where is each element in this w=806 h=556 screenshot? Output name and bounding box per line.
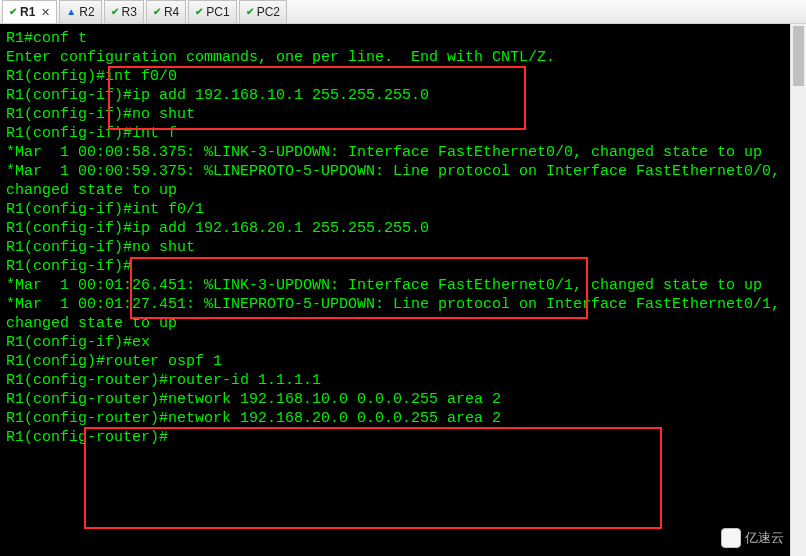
terminal-line: R1(config-router)#: [6, 428, 784, 447]
terminal-line: R1(config-if)#ip add 192.168.20.1 255.25…: [6, 219, 784, 238]
terminal-line: R1(config-router)#network 192.168.10.0 0…: [6, 390, 784, 409]
terminal-line: R1(config-if)#int f0/1: [6, 200, 784, 219]
tab-label: R3: [122, 5, 137, 19]
terminal-line: R1(config)#int f0/0: [6, 67, 784, 86]
terminal-line: *Mar 1 00:00:59.375: %LINEPROTO-5-UPDOWN…: [6, 162, 784, 200]
tab-r3[interactable]: ✔R3: [104, 0, 144, 23]
terminal-line: R1(config-if)#int f: [6, 124, 784, 143]
tab-r4[interactable]: ✔R4: [146, 0, 186, 23]
terminal-output[interactable]: R1#conf tEnter configuration commands, o…: [0, 24, 790, 556]
check-icon: ✔: [195, 7, 203, 17]
tab-label: R2: [79, 5, 94, 19]
check-icon: ✔: [9, 7, 17, 17]
tab-pc2[interactable]: ✔PC2: [239, 0, 287, 23]
terminal-line: R1#conf t: [6, 29, 784, 48]
scroll-thumb[interactable]: [793, 26, 804, 86]
terminal-line: R1(config-if)#ex: [6, 333, 784, 352]
check-icon: ✔: [246, 7, 254, 17]
warning-icon: ▲: [66, 7, 76, 17]
check-icon: ✔: [153, 7, 161, 17]
close-icon[interactable]: ✕: [41, 6, 50, 19]
scrollbar[interactable]: [790, 24, 806, 556]
tab-r2[interactable]: ▲R2: [59, 0, 101, 23]
tab-r1[interactable]: ✔R1✕: [2, 0, 57, 23]
terminal-line: R1(config-if)#ip add 192.168.10.1 255.25…: [6, 86, 784, 105]
terminal-line: *Mar 1 00:00:58.375: %LINK-3-UPDOWN: Int…: [6, 143, 784, 162]
terminal-line: *Mar 1 00:01:26.451: %LINK-3-UPDOWN: Int…: [6, 276, 784, 295]
terminal-line: R1(config-if)#no shut: [6, 105, 784, 124]
tab-label: PC2: [257, 5, 280, 19]
terminal-line: R1(config-if)#: [6, 257, 784, 276]
tab-bar: ✔R1✕▲R2✔R3✔R4✔PC1✔PC2: [0, 0, 806, 24]
terminal-line: *Mar 1 00:01:27.451: %LINEPROTO-5-UPDOWN…: [6, 295, 784, 333]
terminal-line: R1(config-if)#no shut: [6, 238, 784, 257]
terminal-line: R1(config-router)#network 192.168.20.0 0…: [6, 409, 784, 428]
tab-label: R4: [164, 5, 179, 19]
terminal-line: Enter configuration commands, one per li…: [6, 48, 784, 67]
terminal-line: R1(config-router)#router-id 1.1.1.1: [6, 371, 784, 390]
terminal-line: R1(config)#router ospf 1: [6, 352, 784, 371]
tab-label: R1: [20, 5, 35, 19]
tab-pc1[interactable]: ✔PC1: [188, 0, 236, 23]
tab-label: PC1: [206, 5, 229, 19]
check-icon: ✔: [111, 7, 119, 17]
